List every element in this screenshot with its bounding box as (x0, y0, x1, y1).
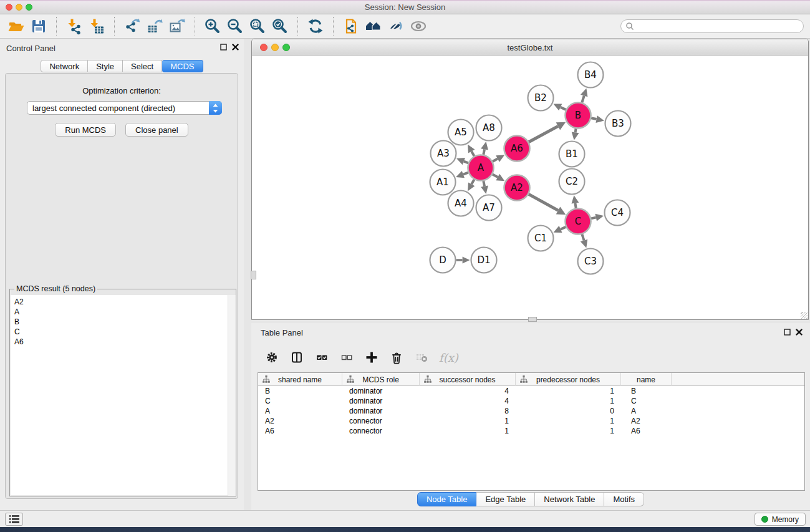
graph-node-B[interactable]: B (566, 103, 591, 128)
graph-edge-A-A8[interactable] (483, 149, 485, 155)
graph-node-A1[interactable]: A1 (430, 170, 456, 195)
graph-node-C4[interactable]: C4 (605, 200, 630, 226)
column-header-shared-name[interactable]: shared name (258, 373, 342, 386)
graph-edge-A-A4[interactable] (471, 180, 474, 185)
delete-table-button[interactable] (414, 350, 429, 365)
run-mcds-button[interactable]: Run MCDS (55, 123, 116, 137)
import-network-button[interactable] (65, 17, 84, 36)
show-view-button[interactable] (409, 17, 428, 36)
network-canvas[interactable]: B4B2BB3A8A5A6A3B1AA1C2A2A4A7C4CC1C3DD1 (252, 56, 808, 319)
result-item-b[interactable]: B (11, 317, 235, 327)
graph-node-B1[interactable]: B1 (559, 142, 585, 167)
table-row-b[interactable]: Bdominator41B (258, 386, 804, 396)
tab-mcds[interactable]: MCDS (162, 60, 203, 72)
graph-node-C[interactable]: C (566, 209, 591, 235)
graph-node-B4[interactable]: B4 (578, 62, 604, 88)
result-scrollbar[interactable] (228, 295, 236, 496)
clone-network-button[interactable] (342, 17, 360, 36)
zoom-in-button[interactable] (203, 17, 222, 36)
delete-column-button[interactable] (389, 350, 404, 365)
zoom-fit-button[interactable] (248, 17, 267, 36)
result-item-a2[interactable]: A2 (11, 295, 235, 307)
graph-edge-A-A1[interactable] (463, 173, 468, 175)
import-table-button[interactable] (87, 17, 106, 36)
hide-details-button[interactable] (387, 17, 405, 36)
tab-network-table[interactable]: Network Table (535, 492, 604, 506)
add-column-button[interactable] (364, 350, 379, 365)
memory-button[interactable]: Memory (755, 513, 806, 526)
tab-node-table[interactable]: Node Table (417, 492, 477, 506)
result-item-a6[interactable]: A6 (11, 337, 235, 347)
graph-node-A8[interactable]: A8 (476, 115, 502, 141)
column-header-successor-nodes[interactable]: successor nodes (420, 373, 516, 386)
graph-edge-A6-B[interactable] (529, 126, 558, 142)
table-row-a[interactable]: Adominator80A (258, 406, 804, 416)
graph-edge-B-B4[interactable] (582, 96, 584, 103)
graph-edge-A-A6[interactable] (493, 159, 498, 162)
zoom-selected-button[interactable] (271, 17, 289, 36)
refresh-button[interactable] (306, 17, 325, 36)
close-panel-icon[interactable] (232, 44, 239, 51)
open-file-button[interactable] (7, 17, 26, 36)
graph-edge-A-A7[interactable] (483, 181, 485, 186)
search-input[interactable] (637, 21, 803, 32)
graph-node-A4[interactable]: A4 (448, 191, 474, 216)
resize-grip[interactable] (801, 312, 808, 319)
criterion-select[interactable]: largest connected component (directed) (27, 101, 222, 115)
splitter-handle[interactable] (528, 317, 537, 322)
result-item-c[interactable]: C (11, 327, 235, 337)
graph-node-A7[interactable]: A7 (476, 195, 502, 221)
graph-edge-A-A3[interactable] (464, 162, 468, 163)
tab-edge-table[interactable]: Edge Table (476, 492, 535, 506)
column-header-predecessor-nodes[interactable]: predecessor nodes (516, 373, 621, 386)
graph-node-D1[interactable]: D1 (471, 248, 497, 273)
graph-edge-C-C1[interactable] (561, 227, 566, 230)
column-header-name[interactable]: name (621, 373, 672, 386)
table-row-a2[interactable]: A2connector11A2 (258, 416, 804, 426)
close-panel-icon[interactable] (796, 329, 803, 336)
export-network-button[interactable] (123, 17, 142, 36)
graph-node-D[interactable]: D (430, 248, 456, 273)
table-row-a6[interactable]: A6connector11A6 (258, 426, 804, 436)
tab-network[interactable]: Network (41, 60, 88, 72)
graph-edge-C-C3[interactable] (582, 235, 584, 241)
graph-edge-B-B2[interactable] (561, 107, 566, 110)
function-builder-button[interactable]: f(x) (439, 351, 458, 364)
column-header-mcds-role[interactable]: MCDS role (342, 373, 420, 386)
graph-node-C3[interactable]: C3 (578, 249, 604, 274)
save-session-button[interactable] (29, 17, 48, 36)
graph-node-A3[interactable]: A3 (431, 141, 456, 167)
graph-node-A2[interactable]: A2 (504, 175, 530, 201)
splitter-handle[interactable] (251, 271, 256, 279)
graph-node-B2[interactable]: B2 (528, 85, 554, 111)
graph-edge-A-A2[interactable] (493, 174, 498, 177)
graph-node-A5[interactable]: A5 (448, 120, 474, 145)
tab-style[interactable]: Style (88, 60, 123, 72)
show-columns-button[interactable] (289, 350, 304, 365)
zoom-out-button[interactable] (226, 17, 244, 36)
tab-motifs[interactable]: Motifs (604, 492, 644, 506)
close-panel-button[interactable]: Close panel (125, 123, 188, 137)
graph-edge-C-C4[interactable] (591, 218, 596, 219)
float-panel-icon[interactable] (784, 329, 791, 336)
deselect-all-button[interactable] (339, 350, 354, 365)
select-all-button[interactable] (314, 350, 329, 365)
export-table-button[interactable] (145, 17, 164, 36)
graph-edge-A2-C[interactable] (529, 194, 558, 210)
task-history-button[interactable] (5, 513, 23, 526)
graph-node-B3[interactable]: B3 (605, 111, 631, 137)
export-image-button[interactable] (168, 17, 186, 36)
table-settings-button[interactable] (264, 350, 279, 365)
graph-node-A[interactable]: A (468, 155, 494, 181)
graph-edge-C-C2[interactable] (575, 203, 576, 208)
graph-node-A6[interactable]: A6 (504, 136, 530, 162)
tab-select[interactable]: Select (123, 60, 162, 72)
graph-edge-B-B1[interactable] (576, 128, 576, 132)
float-panel-icon[interactable] (220, 44, 227, 51)
table-row-c[interactable]: Cdominator41C (258, 396, 804, 406)
result-item-a[interactable]: A (11, 307, 235, 317)
network-window-titlebar[interactable]: testGlobe.txt (252, 39, 808, 56)
graph-node-C1[interactable]: C1 (528, 226, 554, 251)
graph-edge-A-A5[interactable] (471, 152, 474, 157)
graph-edge-B-B3[interactable] (591, 118, 597, 119)
